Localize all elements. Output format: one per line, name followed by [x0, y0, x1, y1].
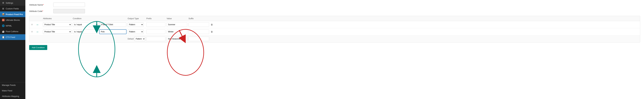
attributes-mapping-label: Attributes Mapping	[2, 95, 19, 98]
sidebar-item-label: Product Feed Pro	[6, 13, 23, 16]
default-output-select[interactable]: Pattern Static	[134, 37, 145, 41]
attribute-code-input[interactable]	[53, 9, 85, 13]
delete-button-1[interactable]: 🗑	[210, 23, 213, 26]
feed-icon: 📋	[2, 36, 4, 38]
output-type-col-header: Output Type	[128, 17, 145, 20]
coffee-icon: ☕	[2, 30, 4, 33]
value-input-1[interactable]	[167, 22, 187, 27]
row-arrow-2: →	[35, 30, 43, 34]
table-row: ≡ → Product Title Product Description SK…	[29, 21, 640, 28]
condition-col-header: Condition	[73, 17, 98, 20]
default-value-col	[167, 37, 187, 41]
condition-select-2[interactable]: is / equal is not / equal contains	[73, 30, 98, 34]
drag-handle[interactable]: ≡	[31, 23, 35, 26]
sidebar-item-label: Settings	[6, 2, 13, 4]
box-icon: 📦	[2, 13, 4, 16]
blocks-icon: 🧱	[2, 19, 4, 21]
sidebar-item-label: Custom Fields	[6, 8, 19, 10]
output-type-col-1: Pattern Static	[128, 22, 145, 27]
condition-value-input-1[interactable]	[100, 22, 126, 27]
sidebar-item-label: CTX Feed	[6, 36, 15, 38]
condition-value-input-2[interactable]	[100, 30, 126, 34]
manage-feeds-label: Manage Feeds	[2, 84, 16, 86]
value-col-2	[167, 30, 187, 34]
delete-col-2: 🗑	[210, 30, 215, 33]
attribute-name-input[interactable]	[53, 2, 85, 7]
make-feed-label: Make Feed	[2, 90, 12, 92]
conditions-table: Attributes Condition Output Type Prefix …	[29, 16, 640, 42]
sidebar-item-custom-fields[interactable]: ⊞ Custom Fields	[0, 6, 25, 12]
main-content: Attribute Name* Attribute Code* Attribut…	[25, 0, 644, 99]
sidebar-item-manage-feeds[interactable]: Manage Feeds	[0, 82, 25, 88]
sidebar-item-pixel-caffeine[interactable]: ☕ Pixel Caffeine	[0, 28, 25, 34]
prefix-input-1[interactable]	[146, 22, 165, 27]
output-type-col-2: Pattern Static	[128, 30, 145, 34]
gear-icon: ⚙	[2, 2, 4, 4]
attribute-name-row: Attribute Name*	[29, 2, 640, 7]
default-suffix-input[interactable]	[188, 37, 209, 41]
content-area: Attribute Name* Attribute Code* Attribut…	[25, 0, 644, 99]
sidebar: ⚙ Settings ⊞ Custom Fields 📦 Product Fee…	[0, 0, 25, 99]
add-condition-button[interactable]: Add Condition	[29, 45, 47, 50]
grid-icon: ⊞	[2, 7, 4, 10]
condition-select-1[interactable]: is / equal is not / equal contains	[73, 22, 98, 27]
globe-icon: 🌐	[2, 24, 4, 27]
value-col-header: Value	[167, 17, 187, 20]
attribute-code-label: Attribute Code*	[29, 10, 51, 12]
value-input-2[interactable]	[167, 30, 187, 34]
condition-value-col-1	[100, 22, 126, 27]
table-row: ≡ → Product Title Product Description SK…	[29, 28, 640, 36]
sidebar-item-wpml[interactable]: 🌐 WPML	[0, 23, 25, 28]
drag-handle-2[interactable]: ≡	[31, 30, 35, 33]
suffix-col-header: Suffix	[188, 17, 209, 20]
default-table-row: Default Pattern Static	[29, 36, 640, 42]
condition-select-col-1: is / equal is not / equal contains	[73, 22, 98, 27]
attribute-select-col-1: Product Title Product Description SKU	[43, 22, 72, 27]
attribute-code-row: Attribute Code*	[29, 9, 640, 13]
attribute-select-2[interactable]: Product Title Product Description SKU	[43, 30, 72, 34]
suffix-input-2[interactable]	[188, 30, 209, 34]
sidebar-bottom: Manage Feeds Make Feed Attributes Mappin…	[0, 82, 25, 99]
attribute-name-label: Attribute Name*	[29, 4, 51, 6]
attribute-select-1[interactable]: Product Title Product Description SKU	[43, 22, 72, 27]
prefix-input-2[interactable]	[146, 30, 165, 34]
sidebar-item-label: WPML	[6, 24, 12, 27]
prefix-col-header: Prefix	[146, 17, 165, 20]
delete-col-1: 🗑	[210, 23, 215, 26]
default-prefix-col	[146, 37, 165, 41]
default-label: Default	[128, 38, 134, 40]
default-suffix-col	[188, 37, 209, 41]
output-type-select-1[interactable]: Pattern Static	[128, 22, 144, 27]
value-col-1	[167, 22, 187, 27]
sidebar-item-label: Pixel Caffeine	[6, 30, 18, 33]
attributes-col-header: Attributes	[43, 17, 72, 20]
delete-button-2[interactable]: 🗑	[210, 30, 213, 33]
sidebar-item-attributes-mapping[interactable]: Attributes Mapping	[0, 94, 25, 99]
sidebar-item-settings[interactable]: ⚙ Settings	[0, 0, 25, 6]
sidebar-item-ultimate-blocks[interactable]: 🧱 Ultimate Blocks	[0, 17, 25, 23]
sidebar-item-label: Ultimate Blocks	[6, 19, 20, 21]
output-type-select-2[interactable]: Pattern Static	[128, 30, 144, 34]
row-arrow-1: →	[35, 23, 43, 26]
sidebar-item-product-feed-pro[interactable]: 📦 Product Feed Pro	[0, 12, 25, 17]
prefix-col-2	[146, 30, 165, 34]
suffix-input-1[interactable]	[188, 22, 209, 27]
sidebar-item-ctx-feed[interactable]: 📋 CTX Feed	[0, 34, 25, 40]
condition-select-col-2: is / equal is not / equal contains	[73, 30, 98, 34]
table-header-row: Attributes Condition Output Type Prefix …	[29, 16, 640, 21]
suffix-col-2	[188, 30, 209, 34]
sidebar-item-make-feed[interactable]: Make Feed	[0, 88, 25, 94]
default-output-col: Default Pattern Static	[128, 37, 145, 41]
condition-value-col-2	[100, 30, 126, 34]
prefix-col-1	[146, 22, 165, 27]
suffix-col-1	[188, 22, 209, 27]
attribute-select-col-2: Product Title Product Description SKU	[43, 30, 72, 34]
default-prefix-input[interactable]	[146, 37, 165, 41]
default-value-input[interactable]	[167, 37, 187, 41]
